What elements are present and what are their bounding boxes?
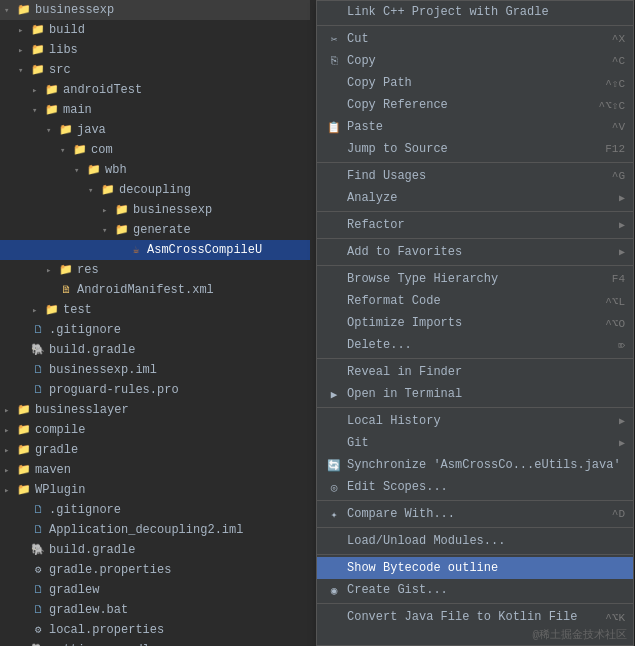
refactor-submenu-arrow: ▶ [619,219,625,231]
tree-item-decoupling[interactable]: ▾📁decoupling [0,180,310,200]
tree-item-maven[interactable]: ▸📁maven [0,460,310,480]
menu-item-openinterminal[interactable]: ▶Open in Terminal [317,383,633,405]
menu-item-reformat[interactable]: Reformat Code^⌥L [317,290,633,312]
openinterminal-label: Open in Terminal [347,387,625,401]
tree-item-gradleprops[interactable]: ⚙gradle.properties [0,560,310,580]
addtofav-label: Add to Favorites [347,245,615,259]
tree-item-gitignore2[interactable]: 🗋.gitignore [0,500,310,520]
menu-item-converttokotlin[interactable]: Convert Java File to Kotlin File^⌥K [317,606,633,628]
menu-item-copypath[interactable]: Copy Path^⇧C [317,72,633,94]
menu-item-analyze[interactable]: Analyze▶ [317,187,633,209]
menu-item-jumptosource[interactable]: Jump to SourceF12 [317,138,633,160]
menu-item-optimizeimports[interactable]: Optimize Imports^⌥O [317,312,633,334]
tree-item-gradlew[interactable]: 🗋gradlew [0,580,310,600]
tree-arrow: ▾ [32,105,44,116]
tree-item-androidTest[interactable]: ▸📁androidTest [0,80,310,100]
menu-item-localhistory[interactable]: Local History▶ [317,410,633,432]
folder-icon: 📁 [100,182,116,198]
tree-item-asmcross[interactable]: ☕AsmCrossCompileU [0,240,310,260]
folder-icon: 📁 [16,422,32,438]
menu-item-findusages[interactable]: Find Usages^G [317,165,633,187]
tree-item-libs[interactable]: ▸📁libs [0,40,310,60]
folder-icon: 📁 [86,162,102,178]
copy-shortcut: ^C [612,55,625,67]
menu-item-addtofav[interactable]: Add to Favorites▶ [317,241,633,263]
file-icon: 🗋 [30,322,46,338]
tree-item-businessexpiml[interactable]: 🗋businessexp.iml [0,360,310,380]
tree-item-res[interactable]: ▸📁res [0,260,310,280]
menu-separator-3 [317,238,633,239]
menu-separator-1 [317,162,633,163]
tree-item-build[interactable]: ▸📁build [0,20,310,40]
file-icon: 🗋 [30,602,46,618]
tree-item-proguard[interactable]: 🗋proguard-rules.pro [0,380,310,400]
tree-item-androidmanifest[interactable]: 🗎AndroidManifest.xml [0,280,310,300]
analyze-submenu-arrow: ▶ [619,192,625,204]
tree-item-settingsgradle[interactable]: 🐘settings.gradle [0,640,310,646]
tree-item-businessexp[interactable]: ▾📁businessexp [0,0,310,20]
tree-arrow: ▾ [60,145,72,156]
tree-item-gitignore[interactable]: 🗋.gitignore [0,320,310,340]
tree-item-label: gradle.properties [49,563,171,577]
tree-item-label: proguard-rules.pro [49,383,179,397]
menu-item-copy[interactable]: ⎘Copy^C [317,50,633,72]
tree-item-label: compile [35,423,85,437]
tree-item-com[interactable]: ▾📁com [0,140,310,160]
tree-item-label: src [49,63,71,77]
tree-arrow: ▸ [32,305,44,316]
watermark: @稀土掘金技术社区 [532,627,627,642]
menu-item-comparewith[interactable]: ✦Compare With...^D [317,503,633,525]
java-file-icon: ☕ [128,242,144,258]
menu-item-copyref[interactable]: Copy Reference^⌥⇧C [317,94,633,116]
folder-icon: 📁 [16,442,32,458]
folder-icon: 📁 [16,402,32,418]
browsehierarchy-label: Browse Type Hierarchy [347,272,596,286]
tree-item-gradlewbat[interactable]: 🗋gradlew.bat [0,600,310,620]
menu-item-creategist[interactable]: ◉Create Gist... [317,579,633,601]
tree-item-label: gradlew [49,583,99,597]
tree-item-label: businessexp [133,203,212,217]
tree-item-generate[interactable]: ▾📁generate [0,220,310,240]
menu-item-cut[interactable]: ✂Cut^X [317,28,633,50]
tree-item-java[interactable]: ▾📁java [0,120,310,140]
tree-arrow: ▸ [32,85,44,96]
folder-icon: 📁 [16,462,32,478]
tree-item-label: java [77,123,106,137]
tree-item-compile[interactable]: ▸📁compile [0,420,310,440]
tree-item-gradle[interactable]: ▸📁gradle [0,440,310,460]
synchronize-icon: 🔄 [325,459,343,472]
synchronize-label: Synchronize 'AsmCrossCo...eUtils.java' [347,458,625,472]
menu-item-linkcpp[interactable]: Link C++ Project with Gradle [317,1,633,23]
tree-item-buildgradle[interactable]: 🐘build.gradle [0,340,310,360]
paste-shortcut: ^V [612,121,625,133]
tree-item-appdecoupling[interactable]: 🗋Application_decoupling2.iml [0,520,310,540]
tree-item-businessexp2[interactable]: ▸📁businessexp [0,200,310,220]
creategist-label: Create Gist... [347,583,625,597]
menu-item-git[interactable]: Git▶ [317,432,633,454]
tree-item-wbh[interactable]: ▾📁wbh [0,160,310,180]
menu-separator-6 [317,407,633,408]
gradle-file-icon: 🐘 [30,642,46,646]
menu-item-browsehierarchy[interactable]: Browse Type HierarchyF4 [317,268,633,290]
tree-item-test[interactable]: ▸📁test [0,300,310,320]
cut-label: Cut [347,32,596,46]
tree-item-businesslayer[interactable]: ▸📁businesslayer [0,400,310,420]
menu-item-editscopes[interactable]: ◎Edit Scopes... [317,476,633,498]
menu-item-refactor[interactable]: Refactor▶ [317,214,633,236]
tree-arrow: ▾ [18,65,30,76]
tree-item-buildgradle2[interactable]: 🐘build.gradle [0,540,310,560]
menu-item-revealfinder[interactable]: Reveal in Finder [317,361,633,383]
tree-item-localprops[interactable]: ⚙local.properties [0,620,310,640]
menu-item-paste[interactable]: 📋Paste^V [317,116,633,138]
tree-item-wpplugin[interactable]: ▸📁WPlugin [0,480,310,500]
tree-item-label: androidTest [63,83,142,97]
tree-item-main[interactable]: ▾📁main [0,100,310,120]
menu-item-showbytecode[interactable]: Show Bytecode outline [317,557,633,579]
git-label: Git [347,436,615,450]
menu-item-delete[interactable]: Delete...⌦ [317,334,633,356]
tree-arrow: ▸ [46,265,58,276]
menu-item-loadunload[interactable]: Load/Unload Modules... [317,530,633,552]
tree-arrow: ▸ [4,425,16,436]
tree-item-src[interactable]: ▾📁src [0,60,310,80]
menu-item-synchronize[interactable]: 🔄Synchronize 'AsmCrossCo...eUtils.java' [317,454,633,476]
